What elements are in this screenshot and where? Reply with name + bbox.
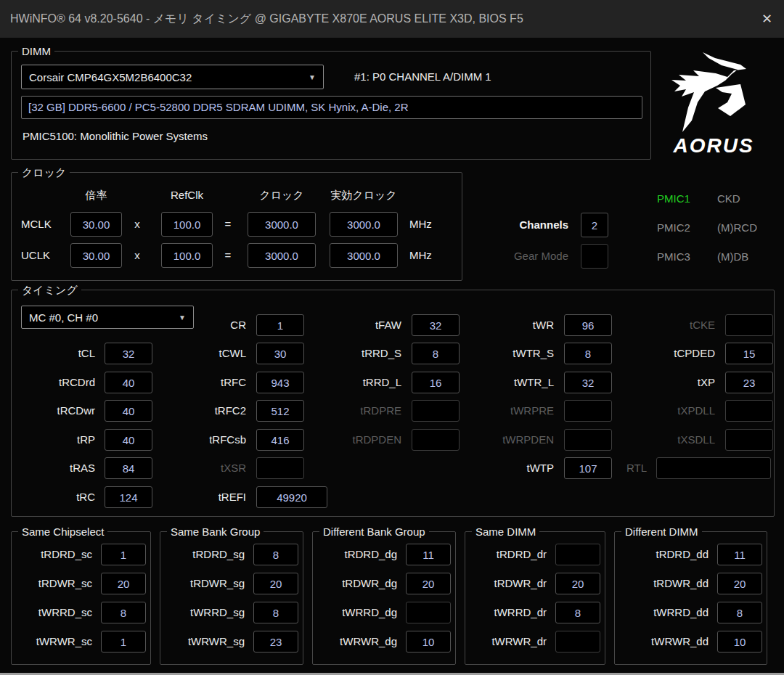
field-value-tRRD_S: 8 bbox=[412, 343, 460, 364]
field-label-tRDRD_dg: tRDRD_dg bbox=[313, 544, 406, 565]
field-label-tRFC2: tRFC2 bbox=[152, 400, 246, 422]
turnaround-field-row: tRDRD_dg11 bbox=[313, 544, 451, 565]
field-value-tRDWR_dd: 20 bbox=[717, 573, 762, 594]
field-value-tWRWR_dr bbox=[555, 631, 600, 652]
field-label-tRDRD_sc: tRDRD_sc bbox=[12, 544, 101, 565]
field-label-tREFI: tREFI bbox=[152, 486, 246, 508]
field-label-tRCDrd: tRCDrd bbox=[1, 372, 95, 393]
clock-refclk-MCLK: 100.0 bbox=[161, 212, 213, 237]
field-label-tCPDED: tCPDED bbox=[621, 343, 715, 364]
turnaround-group-label: Same Chipselect bbox=[18, 525, 107, 539]
turnaround-field-row: tRDWR_dd20 bbox=[615, 573, 762, 594]
chevron-down-icon: ▼ bbox=[309, 73, 316, 81]
field-value-tWTR_S: 8 bbox=[564, 343, 612, 364]
field-value-tCL: 32 bbox=[105, 343, 152, 364]
equals-symbol: = bbox=[217, 243, 239, 268]
field-value-tWRRD_dd: 8 bbox=[717, 602, 762, 623]
field-label-tRRD_L: tRRD_L bbox=[307, 372, 401, 393]
field-label-tRDRD_dd: tRDRD_dd bbox=[615, 544, 717, 565]
field-value-tWRPRE bbox=[564, 400, 612, 422]
field-value-tRDWR_dr: 20 bbox=[555, 573, 600, 594]
turnaround-group-label: Different DIMM bbox=[621, 525, 702, 539]
field-label-tWRRD_dg: tWRRD_dg bbox=[313, 602, 406, 623]
field-label-tXSR: tXSR bbox=[152, 457, 246, 479]
field-value-tRDRD_dr bbox=[555, 544, 600, 565]
indicator-MDB: (M)DB bbox=[717, 250, 748, 263]
field-label-tWRWR_sc: tWRWR_sc bbox=[12, 631, 101, 652]
turnaround-field-row: tWRRD_dg bbox=[313, 602, 451, 623]
clock-value-UCLK: 3000.0 bbox=[248, 243, 316, 268]
channels-value: 2 bbox=[581, 213, 608, 237]
dimm-module-select[interactable]: Corsair CMP64GX5M2B6400C32 ▼ bbox=[21, 65, 324, 89]
turnaround-group-same-bank-group: Same Bank GrouptRDRD_sg8tRDWR_sg20tWRRD_… bbox=[160, 531, 303, 665]
field-value-tWRRD_sc: 8 bbox=[101, 602, 146, 623]
turnaround-field-row: tRDRD_sg8 bbox=[160, 544, 298, 565]
field-label-tWRRD_sc: tWRRD_sc bbox=[12, 602, 101, 623]
field-value-tRFC: 943 bbox=[256, 372, 304, 393]
aorus-logo: AORUS bbox=[652, 46, 775, 157]
turnaround-field-row: tWRWR_sc1 bbox=[12, 631, 146, 652]
field-label-tRAS: tRAS bbox=[1, 457, 95, 479]
field-value-tCPDED: 15 bbox=[725, 343, 773, 364]
indicator-PMIC1: PMIC1 bbox=[657, 192, 690, 205]
field-value-tCWL: 30 bbox=[256, 343, 304, 364]
field-value-tRDWR_sg: 20 bbox=[253, 573, 298, 594]
turnaround-field-row: tWRWR_dg10 bbox=[313, 631, 451, 652]
field-label-tWRRD_dd: tWRRD_dd bbox=[615, 602, 717, 623]
field-value-tWRWR_dd: 10 bbox=[717, 631, 762, 652]
clock-effective-MCLK: 3000.0 bbox=[330, 212, 398, 237]
field-label-tWTR_L: tWTR_L bbox=[460, 372, 554, 393]
clock-row-label-UCLK: UCLK bbox=[21, 243, 66, 268]
dimm-module-select-value: Corsair CMP64GX5M2B6400C32 bbox=[29, 71, 192, 83]
field-value-tCKE bbox=[725, 314, 773, 336]
field-value-tRCDwr: 40 bbox=[105, 400, 152, 422]
clock-header-multiplier: 倍率 bbox=[70, 189, 122, 202]
field-label-tRDRD_dr: tRDRD_dr bbox=[465, 544, 555, 565]
field-value-tRDPDEN bbox=[412, 429, 460, 451]
clock-refclk-UCLK: 100.0 bbox=[161, 243, 213, 268]
clock-multiplier-UCLK: 30.00 bbox=[70, 243, 122, 268]
field-value-tRC: 124 bbox=[105, 486, 152, 508]
field-label-tCWL: tCWL bbox=[152, 343, 246, 364]
equals-symbol: = bbox=[217, 212, 239, 237]
gear-mode-value bbox=[581, 244, 608, 269]
field-value-tRDPRE bbox=[412, 400, 460, 422]
field-label-tRCDwr: tRCDwr bbox=[1, 400, 95, 422]
dimm-pmic-info: PMIC5100: Monolithic Power Systems bbox=[23, 129, 208, 144]
turnaround-groups: Same ChipselecttRDRD_sc1tRDWR_sc20tWRRD_… bbox=[11, 531, 773, 665]
field-value-tRAS: 84 bbox=[105, 457, 152, 479]
turnaround-field-row: tWRRD_sg8 bbox=[160, 602, 298, 623]
field-label-tXSDLL: tXSDLL bbox=[621, 429, 715, 451]
close-icon[interactable]: ✕ bbox=[761, 0, 772, 38]
field-value-tXSDLL bbox=[725, 429, 773, 451]
clock-multiplier-MCLK: 30.00 bbox=[70, 212, 122, 237]
field-value-tRDRD_dg: 11 bbox=[406, 544, 451, 565]
field-value-tRDWR_dg: 20 bbox=[406, 573, 451, 594]
field-value-tRDRD_sg: 8 bbox=[253, 544, 298, 565]
field-label-tWRWR_dr: tWRWR_dr bbox=[465, 631, 555, 652]
clock-unit-UCLK: MHz bbox=[409, 243, 446, 268]
turnaround-field-row: tWRRD_dd8 bbox=[615, 602, 762, 623]
field-label-tWR: tWR bbox=[460, 314, 554, 336]
field-label-tWRWR_dg: tWRWR_dg bbox=[313, 631, 406, 652]
dimm-group-label: DIMM bbox=[18, 44, 54, 58]
field-label-tFAW: tFAW bbox=[307, 314, 401, 336]
turnaround-field-row: tWRRD_dr8 bbox=[465, 602, 600, 623]
field-label-tCL: tCL bbox=[1, 343, 95, 364]
field-value-tWTR_L: 32 bbox=[564, 372, 612, 393]
turnaround-group-same-chipselect: Same ChipselecttRDRD_sc1tRDWR_sc20tWRRD_… bbox=[11, 531, 151, 665]
turnaround-group-label: Different Bank Group bbox=[319, 525, 429, 539]
field-label-tWRWR_dd: tWRWR_dd bbox=[615, 631, 717, 652]
turnaround-field-row: tWRWR_sg23 bbox=[160, 631, 298, 652]
field-value-tRDRD_sc: 1 bbox=[101, 544, 146, 565]
field-label-tWRWR_sg: tWRWR_sg bbox=[160, 631, 253, 652]
field-value-tWRRD_dr: 8 bbox=[555, 602, 600, 623]
field-label-tXPDLL: tXPDLL bbox=[621, 400, 715, 422]
field-value-RTL bbox=[656, 457, 771, 479]
field-label-tWTR_S: tWTR_S bbox=[460, 343, 554, 364]
field-label-tRDWR_dr: tRDWR_dr bbox=[465, 573, 555, 594]
timing-channel-select-value: MC #0, CH #0 bbox=[29, 311, 98, 324]
clock-header-effective: 実効クロック bbox=[319, 189, 409, 202]
clock-header-clock: クロック bbox=[248, 189, 316, 202]
field-value-tWRWR_sc: 1 bbox=[101, 631, 146, 652]
